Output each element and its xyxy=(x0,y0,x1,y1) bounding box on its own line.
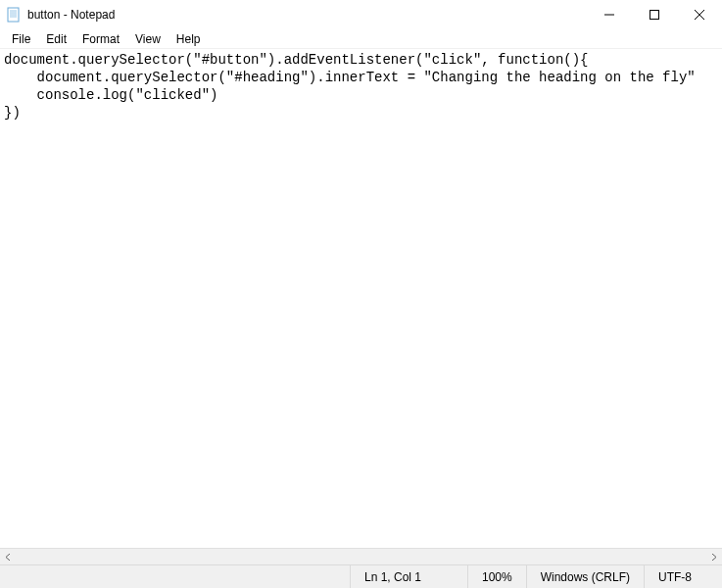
status-linecol: Ln 1, Col 1 xyxy=(350,565,467,588)
menu-format[interactable]: Format xyxy=(74,30,127,48)
text-editor[interactable]: document.querySelector("#button").addEve… xyxy=(0,49,722,548)
menu-file[interactable]: File xyxy=(4,30,38,48)
maximize-button[interactable] xyxy=(632,0,677,29)
scroll-left-icon[interactable] xyxy=(0,549,17,565)
notepad-icon xyxy=(6,7,22,23)
status-eol: Windows (CRLF) xyxy=(526,565,644,588)
window-title: button - Notepad xyxy=(27,8,587,22)
menu-view[interactable]: View xyxy=(127,30,168,48)
scroll-right-icon[interactable] xyxy=(705,549,722,565)
status-encoding: UTF-8 xyxy=(644,565,722,588)
menu-help[interactable]: Help xyxy=(168,30,209,48)
status-zoom: 100% xyxy=(467,565,526,588)
close-button[interactable] xyxy=(677,0,722,29)
window-controls xyxy=(587,0,722,29)
menu-edit[interactable]: Edit xyxy=(38,30,74,48)
horizontal-scrollbar[interactable] xyxy=(0,548,722,564)
menubar: File Edit Format View Help xyxy=(0,29,722,49)
minimize-button[interactable] xyxy=(587,0,632,29)
statusbar: Ln 1, Col 1 100% Windows (CRLF) UTF-8 xyxy=(0,564,722,588)
titlebar: button - Notepad xyxy=(0,0,722,29)
svg-rect-6 xyxy=(650,11,659,20)
status-spacer xyxy=(0,565,350,588)
